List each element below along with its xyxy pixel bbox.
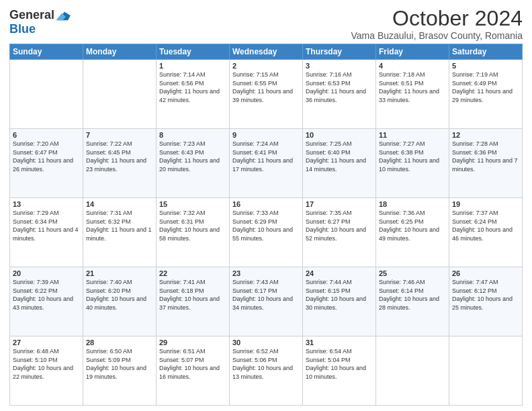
calendar-cell-w2-d4: 9 Sunrise: 7:24 AMSunset: 6:41 PMDayligh… bbox=[230, 129, 303, 198]
col-friday: Friday bbox=[376, 44, 449, 60]
col-tuesday: Tuesday bbox=[157, 44, 230, 60]
calendar-cell-w2-d3: 8 Sunrise: 7:23 AMSunset: 6:43 PMDayligh… bbox=[157, 129, 230, 198]
calendar-cell-w3-d5: 17 Sunrise: 7:35 AMSunset: 6:27 PMDaylig… bbox=[303, 198, 376, 267]
calendar-cell-w5-d5: 31 Sunrise: 6:54 AMSunset: 5:04 PMDaylig… bbox=[303, 336, 376, 406]
calendar-cell-w1-d3: 1 Sunrise: 7:14 AMSunset: 6:56 PMDayligh… bbox=[157, 60, 230, 129]
logo-blue-text: Blue bbox=[9, 22, 36, 36]
calendar-cell-w3-d7: 19 Sunrise: 7:37 AMSunset: 6:24 PMDaylig… bbox=[449, 198, 523, 267]
page: General Blue October 2024 Vama Buzaului,… bbox=[0, 0, 532, 411]
calendar-cell-w1-d2 bbox=[83, 60, 157, 129]
calendar-cell-w2-d1: 6 Sunrise: 7:20 AMSunset: 6:47 PMDayligh… bbox=[10, 129, 83, 198]
calendar-cell-w3-d3: 15 Sunrise: 7:32 AMSunset: 6:31 PMDaylig… bbox=[157, 198, 230, 267]
calendar-cell-w5-d4: 30 Sunrise: 6:52 AMSunset: 5:06 PMDaylig… bbox=[230, 336, 303, 406]
calendar-week-5: 27 Sunrise: 6:48 AMSunset: 5:10 PMDaylig… bbox=[10, 336, 523, 406]
col-thursday: Thursday bbox=[303, 44, 376, 60]
month-title: October 2024 bbox=[351, 7, 523, 30]
calendar-cell-w1-d5: 3 Sunrise: 7:16 AMSunset: 6:53 PMDayligh… bbox=[303, 60, 376, 129]
col-wednesday: Wednesday bbox=[230, 44, 303, 60]
logo: General Blue bbox=[9, 8, 71, 36]
calendar-cell-w1-d4: 2 Sunrise: 7:15 AMSunset: 6:55 PMDayligh… bbox=[230, 60, 303, 129]
calendar-cell-w4-d2: 21 Sunrise: 7:40 AMSunset: 6:20 PMDaylig… bbox=[83, 267, 157, 336]
title-area: October 2024 Vama Buzaului, Brasov Count… bbox=[351, 7, 523, 41]
calendar-cell-w3-d4: 16 Sunrise: 7:33 AMSunset: 6:29 PMDaylig… bbox=[230, 198, 303, 267]
calendar-cell-w5-d3: 29 Sunrise: 6:51 AMSunset: 5:07 PMDaylig… bbox=[157, 336, 230, 406]
calendar-cell-w2-d5: 10 Sunrise: 7:25 AMSunset: 6:40 PMDaylig… bbox=[303, 129, 376, 198]
calendar-cell-w2-d6: 11 Sunrise: 7:27 AMSunset: 6:38 PMDaylig… bbox=[376, 129, 449, 198]
calendar-header-row: Sunday Monday Tuesday Wednesday Thursday… bbox=[10, 44, 523, 60]
calendar-cell-w4-d3: 22 Sunrise: 7:41 AMSunset: 6:18 PMDaylig… bbox=[157, 267, 230, 336]
calendar-cell-w1-d1 bbox=[10, 60, 83, 129]
calendar-week-1: 1 Sunrise: 7:14 AMSunset: 6:56 PMDayligh… bbox=[10, 60, 523, 129]
calendar-cell-w1-d7: 5 Sunrise: 7:19 AMSunset: 6:49 PMDayligh… bbox=[449, 60, 523, 129]
calendar-cell-w4-d4: 23 Sunrise: 7:43 AMSunset: 6:17 PMDaylig… bbox=[230, 267, 303, 336]
calendar-cell-w5-d2: 28 Sunrise: 6:50 AMSunset: 5:09 PMDaylig… bbox=[83, 336, 157, 406]
col-sunday: Sunday bbox=[10, 44, 83, 60]
col-monday: Monday bbox=[83, 44, 157, 60]
calendar-cell-w4-d1: 20 Sunrise: 7:39 AMSunset: 6:22 PMDaylig… bbox=[10, 267, 83, 336]
calendar-cell-w5-d1: 27 Sunrise: 6:48 AMSunset: 5:10 PMDaylig… bbox=[10, 336, 83, 406]
calendar-week-2: 6 Sunrise: 7:20 AMSunset: 6:47 PMDayligh… bbox=[10, 129, 523, 198]
calendar-cell-w3-d1: 13 Sunrise: 7:29 AMSunset: 6:34 PMDaylig… bbox=[10, 198, 83, 267]
calendar-cell-w5-d7 bbox=[449, 336, 523, 406]
calendar-table: Sunday Monday Tuesday Wednesday Thursday… bbox=[9, 44, 523, 406]
col-saturday: Saturday bbox=[449, 44, 523, 60]
header: General Blue October 2024 Vama Buzaului,… bbox=[9, 7, 523, 41]
calendar-week-3: 13 Sunrise: 7:29 AMSunset: 6:34 PMDaylig… bbox=[10, 198, 523, 267]
calendar-cell-w2-d2: 7 Sunrise: 7:22 AMSunset: 6:45 PMDayligh… bbox=[83, 129, 157, 198]
calendar-cell-w4-d7: 26 Sunrise: 7:47 AMSunset: 6:12 PMDaylig… bbox=[449, 267, 523, 336]
calendar-cell-w3-d2: 14 Sunrise: 7:31 AMSunset: 6:32 PMDaylig… bbox=[83, 198, 157, 267]
calendar-cell-w4-d5: 24 Sunrise: 7:44 AMSunset: 6:15 PMDaylig… bbox=[303, 267, 376, 336]
calendar-cell-w2-d7: 12 Sunrise: 7:28 AMSunset: 6:36 PMDaylig… bbox=[449, 129, 523, 198]
calendar-cell-w3-d6: 18 Sunrise: 7:36 AMSunset: 6:25 PMDaylig… bbox=[376, 198, 449, 267]
logo-general-text: General bbox=[9, 8, 54, 22]
location-title: Vama Buzaului, Brasov County, Romania bbox=[351, 30, 523, 41]
calendar-week-4: 20 Sunrise: 7:39 AMSunset: 6:22 PMDaylig… bbox=[10, 267, 523, 336]
calendar-cell-w5-d6 bbox=[376, 336, 449, 406]
calendar-cell-w1-d6: 4 Sunrise: 7:18 AMSunset: 6:51 PMDayligh… bbox=[376, 60, 449, 129]
calendar-cell-w4-d6: 25 Sunrise: 7:46 AMSunset: 6:14 PMDaylig… bbox=[376, 267, 449, 336]
logo-icon bbox=[56, 9, 71, 21]
